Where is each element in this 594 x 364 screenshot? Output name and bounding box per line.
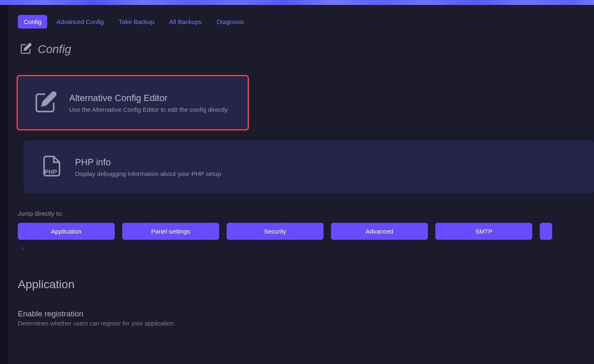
edit-square-icon (34, 90, 58, 115)
section-heading-application: Application (18, 278, 594, 291)
edit-icon (20, 43, 32, 56)
tab-config[interactable]: Config (18, 15, 47, 29)
card-body: PHP info Display debugging information a… (75, 157, 221, 177)
tab-all-backups[interactable]: All Backups (164, 15, 208, 29)
card-title: PHP info (75, 157, 221, 168)
page-title-row: Config (18, 43, 594, 56)
alternative-config-editor-card[interactable]: Alternative Config Editor Use the Altern… (17, 75, 249, 130)
card-desc: Display debugging information about your… (75, 170, 221, 177)
card-desc: Use the Alternative Config Editor to edi… (69, 106, 228, 113)
setting-enable-registration: Enable registration Determines whether u… (18, 309, 594, 327)
jump-application[interactable]: Application (18, 223, 115, 240)
jump-security[interactable]: Security (227, 223, 324, 240)
jump-label: Jump directly to: (18, 210, 594, 217)
tab-take-backup[interactable]: Take Backup (113, 15, 160, 29)
decorative-top-stripe (0, 0, 594, 5)
jump-advanced[interactable]: Advanced (331, 223, 428, 240)
chevron-left-icon[interactable]: ‹ (18, 242, 28, 254)
php-info-card[interactable]: PHP PHP info Display debugging informati… (24, 140, 594, 193)
jump-more[interactable] (540, 223, 552, 240)
setting-title: Enable registration (18, 309, 594, 318)
jump-panel-settings[interactable]: Panel settings (122, 223, 219, 240)
jump-smtp[interactable]: SMTP (435, 223, 532, 240)
tab-diagnosis[interactable]: Diagnosis (211, 15, 250, 29)
card-title: Alternative Config Editor (69, 93, 228, 104)
setting-desc: Determines whether users can register fo… (18, 320, 594, 327)
page-title: Config (38, 43, 71, 56)
jump-section: Jump directly to: Application Panel sett… (18, 210, 594, 254)
main-panel: Config Advanced Config Take Backup All B… (8, 5, 594, 364)
tab-bar: Config Advanced Config Take Backup All B… (18, 15, 594, 29)
svg-text:PHP: PHP (44, 168, 57, 175)
php-file-icon: PHP (40, 154, 63, 179)
jump-buttons-row: Application Panel settings Security Adva… (18, 223, 594, 240)
tab-advanced-config[interactable]: Advanced Config (51, 15, 109, 29)
card-body: Alternative Config Editor Use the Altern… (69, 93, 228, 113)
